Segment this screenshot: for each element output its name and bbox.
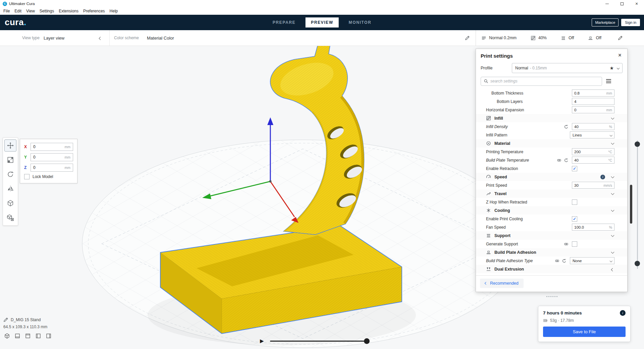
search-settings-input[interactable] (490, 79, 599, 83)
settings-visibility-menu-icon[interactable] (606, 79, 611, 83)
setting-bottom-layers[interactable]: Bottom Layers4 (476, 97, 627, 106)
tool-rotate[interactable] (4, 168, 16, 180)
category-material[interactable]: Material (476, 139, 627, 148)
scrubber-handle[interactable] (364, 338, 370, 344)
tab-prepare[interactable]: PREPARE (267, 17, 301, 27)
favorite-star-icon[interactable]: ★ (609, 65, 614, 71)
position-input-x[interactable]: 0mm (31, 143, 73, 151)
tab-monitor[interactable]: MONITOR (343, 17, 377, 27)
tool-per-model-settings[interactable] (4, 197, 16, 209)
setting-checkbox[interactable]: ✓ (572, 216, 577, 222)
menu-file[interactable]: File (1, 8, 12, 14)
category-cooling[interactable]: Cooling (476, 206, 627, 215)
layer-slider-upper-handle[interactable] (635, 141, 640, 147)
layer-slider-lower-handle[interactable] (635, 261, 640, 266)
reset-icon[interactable] (564, 124, 569, 129)
menu-help[interactable]: Help (107, 8, 120, 14)
setting-printing-temperature[interactable]: Printing Temperature200°C (476, 148, 627, 156)
setting-bottom-thickness[interactable]: Bottom Thickness0.8mm (476, 89, 627, 97)
reset-icon[interactable] (562, 258, 567, 263)
panel-drag-handle[interactable] (543, 295, 560, 298)
setting-value-field[interactable]: 40°C (572, 157, 614, 164)
sign-in-button[interactable]: Sign in (621, 19, 640, 26)
search-settings-box[interactable] (481, 77, 602, 86)
profile-dropdown[interactable]: Normal - 0.15mm ★ (512, 63, 623, 73)
setting-infill-density[interactable]: Infill Density40% (476, 122, 627, 131)
maximize-button[interactable] (614, 0, 629, 7)
position-input-y[interactable]: 0mm (31, 153, 73, 161)
setting-horizontal-expansion[interactable]: Horizontal Expansion0mm (476, 106, 627, 114)
category-dual-extrusion[interactable]: Dual Extrusion (476, 265, 627, 273)
tool-scale[interactable] (4, 154, 16, 166)
summary-profile[interactable]: Normal 0.2mm (481, 36, 517, 41)
close-panel-icon[interactable]: × (616, 52, 623, 59)
summary-support[interactable]: Off (561, 36, 574, 41)
setting-build-plate-temperature[interactable]: Build Plate Temperature40°C (476, 156, 627, 164)
color-scheme-dropdown[interactable]: Material Color (147, 36, 174, 41)
setting-checkbox[interactable] (572, 241, 577, 247)
rename-model-pencil-icon[interactable] (3, 317, 8, 322)
view-front-icon[interactable] (14, 332, 21, 340)
summary-infill[interactable]: 40% (531, 36, 547, 41)
scrubber-track[interactable] (270, 341, 367, 342)
view-type-dropdown[interactable]: Layer view (44, 36, 64, 41)
tool-support-blocker[interactable] (4, 212, 16, 224)
minimize-button[interactable] (600, 0, 614, 7)
reset-icon[interactable] (564, 158, 569, 163)
marketplace-button[interactable]: Marketplace (592, 18, 619, 26)
setting-value-field[interactable]: 30mm/s (572, 182, 614, 189)
link-icon[interactable] (564, 242, 569, 246)
view-top-icon[interactable] (24, 332, 32, 340)
link-icon[interactable] (555, 258, 559, 263)
lock-model-checkbox[interactable] (24, 174, 30, 179)
tab-preview[interactable]: PREVIEW (306, 17, 339, 27)
setting-checkbox[interactable] (572, 199, 577, 205)
setting-generate-support[interactable]: Generate Support (476, 240, 627, 248)
setting-select-field[interactable]: Lines (570, 131, 614, 138)
view-right-icon[interactable] (45, 332, 52, 340)
menu-extensions[interactable]: Extensions (56, 8, 81, 14)
setting-value-field[interactable]: 200°C (572, 148, 614, 155)
collapse-view-options-icon[interactable] (99, 35, 102, 41)
tool-move[interactable] (4, 139, 16, 152)
menu-preferences[interactable]: Preferences (81, 8, 107, 14)
edit-settings-pencil-icon[interactable] (618, 36, 623, 41)
setting-enable-retraction[interactable]: Enable Retraction✓ (476, 164, 627, 173)
setting-select-field[interactable]: None (570, 257, 614, 264)
menu-edit[interactable]: Edit (12, 8, 24, 14)
setting-infill-pattern[interactable]: Infill PatternLines (476, 131, 627, 139)
info-icon[interactable]: i (620, 310, 626, 316)
close-window-button[interactable]: × (629, 0, 644, 7)
edit-view-pencil-icon[interactable] (465, 36, 470, 41)
recommended-mode-button[interactable]: Recommended (480, 279, 524, 288)
setting-value-field[interactable]: 40% (572, 123, 614, 130)
play-button[interactable]: ▶ (260, 338, 264, 344)
setting-value-field[interactable]: 4 (572, 98, 614, 105)
setting-value-field[interactable]: 100.0% (572, 224, 614, 231)
summary-adhesion[interactable]: Off (588, 36, 601, 41)
print-settings-summary[interactable]: Normal 0.2mm40%OffOff (476, 30, 628, 46)
setting-value-field[interactable]: 0mm (572, 106, 614, 113)
category-travel[interactable]: Travel (476, 189, 627, 198)
tool-mirror[interactable] (4, 183, 16, 195)
setting-print-speed[interactable]: Print Speed30mm/s (476, 181, 627, 189)
setting-value-field[interactable]: 0.8mm (572, 90, 614, 97)
setting-build-plate-adhesion-type[interactable]: Build Plate Adhesion TypeNone (476, 256, 627, 265)
category-build-plate-adhesion[interactable]: Build Plate Adhesion (476, 248, 627, 256)
layer-slider-track[interactable] (637, 140, 638, 269)
setting-enable-print-cooling[interactable]: Enable Print Cooling✓ (476, 215, 627, 223)
menu-view[interactable]: View (24, 8, 37, 14)
info-icon[interactable]: i (600, 175, 605, 179)
view-left-icon[interactable] (35, 332, 42, 340)
category-speed[interactable]: Speedi (476, 173, 627, 181)
view-3d-icon[interactable] (3, 332, 11, 340)
link-icon[interactable] (557, 158, 561, 163)
position-input-z[interactable]: 0mm (31, 164, 73, 172)
category-infill[interactable]: Infill (476, 114, 627, 122)
settings-scrollbar[interactable] (630, 185, 632, 224)
category-support[interactable]: Support (476, 231, 627, 240)
setting-checkbox[interactable]: ✓ (572, 166, 577, 171)
setting-fan-speed[interactable]: Fan Speed100.0% (476, 223, 627, 231)
save-to-file-button[interactable]: Save to File (543, 327, 626, 337)
menu-settings[interactable]: Settings (37, 8, 56, 14)
